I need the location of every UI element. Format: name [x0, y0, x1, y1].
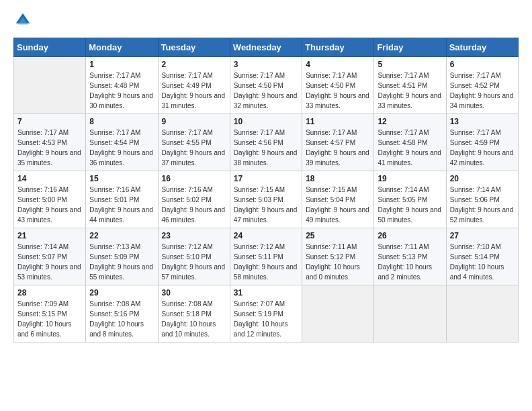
calendar-cell: 25Sunrise: 7:11 AM Sunset: 5:12 PM Dayli… [302, 228, 374, 285]
day-info: Sunrise: 7:17 AM Sunset: 4:48 PM Dayligh… [89, 71, 154, 111]
calendar-cell: 5Sunrise: 7:17 AM Sunset: 4:51 PM Daylig… [374, 57, 446, 114]
day-number: 31 [234, 288, 298, 298]
day-info: Sunrise: 7:16 AM Sunset: 5:01 PM Dayligh… [89, 185, 154, 225]
page-header [13, 11, 519, 30]
day-number: 25 [306, 231, 370, 240]
calendar-cell: 7Sunrise: 7:17 AM Sunset: 4:53 PM Daylig… [14, 114, 86, 171]
day-number: 21 [17, 231, 82, 240]
column-header-tuesday: Tuesday [158, 38, 230, 57]
day-number: 5 [378, 60, 442, 69]
day-info: Sunrise: 7:12 AM Sunset: 5:11 PM Dayligh… [234, 242, 298, 282]
column-header-saturday: Saturday [446, 38, 518, 57]
day-info: Sunrise: 7:14 AM Sunset: 5:06 PM Dayligh… [450, 185, 515, 225]
day-info: Sunrise: 7:15 AM Sunset: 5:04 PM Dayligh… [306, 185, 370, 225]
day-number: 13 [450, 117, 515, 126]
day-number: 24 [234, 231, 298, 240]
column-header-monday: Monday [86, 38, 158, 57]
day-info: Sunrise: 7:14 AM Sunset: 5:07 PM Dayligh… [17, 242, 82, 282]
day-number: 3 [234, 60, 298, 69]
day-number: 17 [234, 174, 298, 183]
day-info: Sunrise: 7:17 AM Sunset: 4:50 PM Dayligh… [234, 71, 298, 111]
calendar-cell: 1Sunrise: 7:17 AM Sunset: 4:48 PM Daylig… [86, 57, 158, 114]
column-header-friday: Friday [374, 38, 446, 57]
day-info: Sunrise: 7:11 AM Sunset: 5:12 PM Dayligh… [306, 242, 370, 282]
day-info: Sunrise: 7:17 AM Sunset: 4:52 PM Dayligh… [450, 71, 515, 111]
column-header-thursday: Thursday [302, 38, 374, 57]
day-info: Sunrise: 7:17 AM Sunset: 4:54 PM Dayligh… [89, 128, 154, 168]
calendar-cell: 11Sunrise: 7:17 AM Sunset: 4:57 PM Dayli… [302, 114, 374, 171]
day-info: Sunrise: 7:17 AM Sunset: 4:58 PM Dayligh… [378, 128, 442, 168]
calendar-cell: 29Sunrise: 7:08 AM Sunset: 5:16 PM Dayli… [86, 285, 158, 342]
day-number: 7 [17, 117, 82, 126]
day-number: 15 [89, 174, 154, 183]
day-number: 22 [89, 231, 154, 240]
day-info: Sunrise: 7:12 AM Sunset: 5:10 PM Dayligh… [162, 242, 226, 282]
day-number: 18 [306, 174, 370, 183]
calendar-week-row: 1Sunrise: 7:17 AM Sunset: 4:48 PM Daylig… [14, 57, 519, 114]
calendar-cell: 21Sunrise: 7:14 AM Sunset: 5:07 PM Dayli… [14, 228, 86, 285]
day-info: Sunrise: 7:16 AM Sunset: 5:00 PM Dayligh… [17, 185, 82, 225]
day-number: 8 [89, 117, 154, 126]
day-number: 20 [450, 174, 515, 183]
logo [13, 11, 35, 30]
calendar-cell [446, 285, 518, 342]
calendar-cell: 3Sunrise: 7:17 AM Sunset: 4:50 PM Daylig… [230, 57, 302, 114]
day-info: Sunrise: 7:17 AM Sunset: 4:49 PM Dayligh… [162, 71, 226, 111]
calendar-table: SundayMondayTuesdayWednesdayThursdayFrid… [13, 38, 519, 342]
calendar-cell: 16Sunrise: 7:16 AM Sunset: 5:02 PM Dayli… [158, 171, 230, 228]
day-info: Sunrise: 7:17 AM Sunset: 4:51 PM Dayligh… [378, 71, 442, 111]
calendar-cell: 2Sunrise: 7:17 AM Sunset: 4:49 PM Daylig… [158, 57, 230, 114]
day-number: 12 [378, 117, 442, 126]
day-number: 2 [162, 60, 226, 69]
calendar-cell [14, 57, 86, 114]
logo-icon [13, 11, 32, 30]
day-info: Sunrise: 7:10 AM Sunset: 5:14 PM Dayligh… [450, 242, 515, 282]
day-number: 11 [306, 117, 370, 126]
calendar-header-row: SundayMondayTuesdayWednesdayThursdayFrid… [14, 38, 519, 57]
calendar-cell: 19Sunrise: 7:14 AM Sunset: 5:05 PM Dayli… [374, 171, 446, 228]
day-number: 19 [378, 174, 442, 183]
day-number: 23 [162, 231, 226, 240]
calendar-cell: 13Sunrise: 7:17 AM Sunset: 4:59 PM Dayli… [446, 114, 518, 171]
day-info: Sunrise: 7:13 AM Sunset: 5:09 PM Dayligh… [89, 242, 154, 282]
day-number: 30 [162, 288, 226, 298]
calendar-cell: 14Sunrise: 7:16 AM Sunset: 5:00 PM Dayli… [14, 171, 86, 228]
column-header-sunday: Sunday [14, 38, 86, 57]
calendar-cell: 31Sunrise: 7:07 AM Sunset: 5:19 PM Dayli… [230, 285, 302, 342]
calendar-week-row: 14Sunrise: 7:16 AM Sunset: 5:00 PM Dayli… [14, 171, 519, 228]
day-info: Sunrise: 7:17 AM Sunset: 4:53 PM Dayligh… [17, 128, 82, 168]
calendar-cell [302, 285, 374, 342]
day-info: Sunrise: 7:07 AM Sunset: 5:19 PM Dayligh… [234, 299, 298, 339]
day-number: 14 [17, 174, 82, 183]
calendar-cell: 17Sunrise: 7:15 AM Sunset: 5:03 PM Dayli… [230, 171, 302, 228]
calendar-cell: 20Sunrise: 7:14 AM Sunset: 5:06 PM Dayli… [446, 171, 518, 228]
calendar-week-row: 7Sunrise: 7:17 AM Sunset: 4:53 PM Daylig… [14, 114, 519, 171]
day-info: Sunrise: 7:16 AM Sunset: 5:02 PM Dayligh… [162, 185, 226, 225]
day-number: 6 [450, 60, 515, 69]
calendar-cell: 8Sunrise: 7:17 AM Sunset: 4:54 PM Daylig… [86, 114, 158, 171]
calendar-cell: 6Sunrise: 7:17 AM Sunset: 4:52 PM Daylig… [446, 57, 518, 114]
calendar-cell: 15Sunrise: 7:16 AM Sunset: 5:01 PM Dayli… [86, 171, 158, 228]
calendar-week-row: 28Sunrise: 7:09 AM Sunset: 5:15 PM Dayli… [14, 285, 519, 342]
day-info: Sunrise: 7:17 AM Sunset: 4:50 PM Dayligh… [306, 71, 370, 111]
calendar-cell: 12Sunrise: 7:17 AM Sunset: 4:58 PM Dayli… [374, 114, 446, 171]
calendar-cell: 30Sunrise: 7:08 AM Sunset: 5:18 PM Dayli… [158, 285, 230, 342]
day-number: 28 [17, 288, 82, 298]
day-info: Sunrise: 7:08 AM Sunset: 5:16 PM Dayligh… [89, 299, 154, 339]
day-info: Sunrise: 7:08 AM Sunset: 5:18 PM Dayligh… [162, 299, 226, 339]
day-number: 27 [450, 231, 515, 240]
calendar-cell: 18Sunrise: 7:15 AM Sunset: 5:04 PM Dayli… [302, 171, 374, 228]
day-number: 1 [89, 60, 154, 69]
day-number: 9 [162, 117, 226, 126]
day-number: 16 [162, 174, 226, 183]
calendar-cell: 22Sunrise: 7:13 AM Sunset: 5:09 PM Dayli… [86, 228, 158, 285]
calendar-cell: 4Sunrise: 7:17 AM Sunset: 4:50 PM Daylig… [302, 57, 374, 114]
day-info: Sunrise: 7:17 AM Sunset: 4:56 PM Dayligh… [234, 128, 298, 168]
calendar-cell: 24Sunrise: 7:12 AM Sunset: 5:11 PM Dayli… [230, 228, 302, 285]
calendar-cell: 10Sunrise: 7:17 AM Sunset: 4:56 PM Dayli… [230, 114, 302, 171]
day-info: Sunrise: 7:15 AM Sunset: 5:03 PM Dayligh… [234, 185, 298, 225]
calendar-cell: 28Sunrise: 7:09 AM Sunset: 5:15 PM Dayli… [14, 285, 86, 342]
day-info: Sunrise: 7:11 AM Sunset: 5:13 PM Dayligh… [378, 242, 442, 282]
day-number: 29 [89, 288, 154, 298]
calendar-cell [374, 285, 446, 342]
